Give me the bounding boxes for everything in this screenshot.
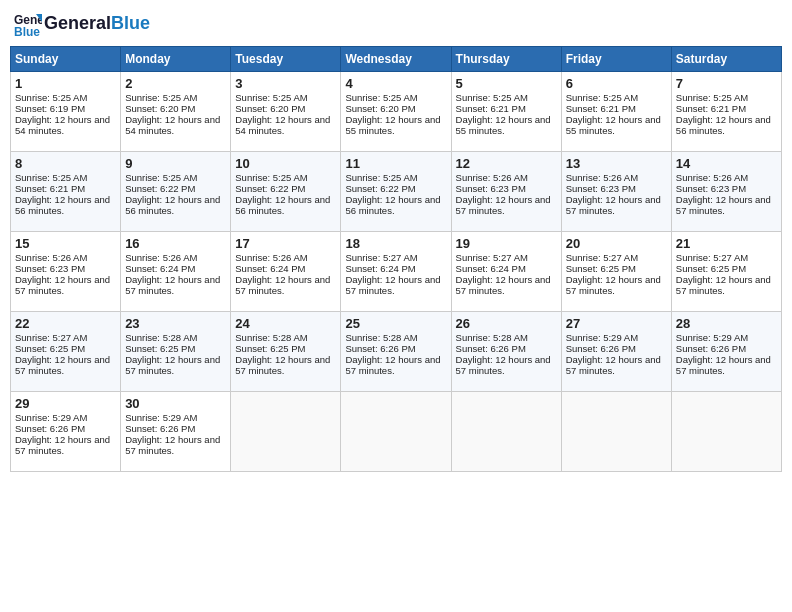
day-number: 12 [456,156,557,171]
calendar-cell: 12Sunrise: 5:26 AMSunset: 6:23 PMDayligh… [451,152,561,232]
cell-info: Sunrise: 5:25 AMSunset: 6:21 PMDaylight:… [456,92,551,136]
calendar-cell: 1Sunrise: 5:25 AMSunset: 6:19 PMDaylight… [11,72,121,152]
calendar-cell: 9Sunrise: 5:25 AMSunset: 6:22 PMDaylight… [121,152,231,232]
day-number: 24 [235,316,336,331]
day-number: 3 [235,76,336,91]
calendar-cell: 24Sunrise: 5:28 AMSunset: 6:25 PMDayligh… [231,312,341,392]
day-number: 7 [676,76,777,91]
calendar-cell [451,392,561,472]
calendar-cell: 13Sunrise: 5:26 AMSunset: 6:23 PMDayligh… [561,152,671,232]
calendar-cell: 18Sunrise: 5:27 AMSunset: 6:24 PMDayligh… [341,232,451,312]
day-number: 17 [235,236,336,251]
day-number: 15 [15,236,116,251]
cell-info: Sunrise: 5:25 AMSunset: 6:21 PMDaylight:… [676,92,771,136]
day-number: 28 [676,316,777,331]
header: General Blue GeneralBlue [10,10,782,38]
column-header-monday: Monday [121,47,231,72]
cell-info: Sunrise: 5:28 AMSunset: 6:26 PMDaylight:… [456,332,551,376]
calendar-cell: 15Sunrise: 5:26 AMSunset: 6:23 PMDayligh… [11,232,121,312]
calendar-cell: 22Sunrise: 5:27 AMSunset: 6:25 PMDayligh… [11,312,121,392]
column-header-tuesday: Tuesday [231,47,341,72]
day-number: 11 [345,156,446,171]
day-number: 29 [15,396,116,411]
calendar-cell [671,392,781,472]
day-number: 9 [125,156,226,171]
cell-info: Sunrise: 5:25 AMSunset: 6:22 PMDaylight:… [345,172,440,216]
calendar-cell: 25Sunrise: 5:28 AMSunset: 6:26 PMDayligh… [341,312,451,392]
calendar-week-row: 1Sunrise: 5:25 AMSunset: 6:19 PMDaylight… [11,72,782,152]
cell-info: Sunrise: 5:25 AMSunset: 6:22 PMDaylight:… [125,172,220,216]
day-number: 20 [566,236,667,251]
day-number: 18 [345,236,446,251]
calendar-cell: 4Sunrise: 5:25 AMSunset: 6:20 PMDaylight… [341,72,451,152]
calendar-cell: 17Sunrise: 5:26 AMSunset: 6:24 PMDayligh… [231,232,341,312]
day-number: 26 [456,316,557,331]
calendar-cell: 14Sunrise: 5:26 AMSunset: 6:23 PMDayligh… [671,152,781,232]
cell-info: Sunrise: 5:26 AMSunset: 6:24 PMDaylight:… [235,252,330,296]
logo-text: GeneralBlue [44,14,150,34]
calendar-cell: 5Sunrise: 5:25 AMSunset: 6:21 PMDaylight… [451,72,561,152]
cell-info: Sunrise: 5:29 AMSunset: 6:26 PMDaylight:… [125,412,220,456]
cell-info: Sunrise: 5:26 AMSunset: 6:23 PMDaylight:… [456,172,551,216]
cell-info: Sunrise: 5:28 AMSunset: 6:26 PMDaylight:… [345,332,440,376]
calendar-cell: 19Sunrise: 5:27 AMSunset: 6:24 PMDayligh… [451,232,561,312]
calendar-header-row: SundayMondayTuesdayWednesdayThursdayFrid… [11,47,782,72]
day-number: 5 [456,76,557,91]
calendar-cell [231,392,341,472]
cell-info: Sunrise: 5:28 AMSunset: 6:25 PMDaylight:… [125,332,220,376]
calendar-table: SundayMondayTuesdayWednesdayThursdayFrid… [10,46,782,472]
calendar-week-row: 15Sunrise: 5:26 AMSunset: 6:23 PMDayligh… [11,232,782,312]
calendar-cell [341,392,451,472]
day-number: 19 [456,236,557,251]
day-number: 10 [235,156,336,171]
cell-info: Sunrise: 5:27 AMSunset: 6:25 PMDaylight:… [676,252,771,296]
cell-info: Sunrise: 5:25 AMSunset: 6:20 PMDaylight:… [125,92,220,136]
calendar-cell [561,392,671,472]
day-number: 14 [676,156,777,171]
day-number: 16 [125,236,226,251]
day-number: 30 [125,396,226,411]
calendar-cell: 7Sunrise: 5:25 AMSunset: 6:21 PMDaylight… [671,72,781,152]
cell-info: Sunrise: 5:25 AMSunset: 6:20 PMDaylight:… [235,92,330,136]
day-number: 22 [15,316,116,331]
cell-info: Sunrise: 5:25 AMSunset: 6:20 PMDaylight:… [345,92,440,136]
cell-info: Sunrise: 5:27 AMSunset: 6:25 PMDaylight:… [566,252,661,296]
cell-info: Sunrise: 5:27 AMSunset: 6:24 PMDaylight:… [345,252,440,296]
calendar-cell: 2Sunrise: 5:25 AMSunset: 6:20 PMDaylight… [121,72,231,152]
day-number: 23 [125,316,226,331]
cell-info: Sunrise: 5:27 AMSunset: 6:25 PMDaylight:… [15,332,110,376]
cell-info: Sunrise: 5:25 AMSunset: 6:22 PMDaylight:… [235,172,330,216]
calendar-cell: 6Sunrise: 5:25 AMSunset: 6:21 PMDaylight… [561,72,671,152]
calendar-cell: 28Sunrise: 5:29 AMSunset: 6:26 PMDayligh… [671,312,781,392]
calendar-cell: 23Sunrise: 5:28 AMSunset: 6:25 PMDayligh… [121,312,231,392]
cell-info: Sunrise: 5:25 AMSunset: 6:21 PMDaylight:… [566,92,661,136]
cell-info: Sunrise: 5:26 AMSunset: 6:23 PMDaylight:… [676,172,771,216]
svg-text:Blue: Blue [14,25,40,38]
column-header-wednesday: Wednesday [341,47,451,72]
cell-info: Sunrise: 5:29 AMSunset: 6:26 PMDaylight:… [676,332,771,376]
day-number: 21 [676,236,777,251]
column-header-friday: Friday [561,47,671,72]
cell-info: Sunrise: 5:27 AMSunset: 6:24 PMDaylight:… [456,252,551,296]
day-number: 13 [566,156,667,171]
day-number: 1 [15,76,116,91]
calendar-cell: 20Sunrise: 5:27 AMSunset: 6:25 PMDayligh… [561,232,671,312]
calendar-week-row: 8Sunrise: 5:25 AMSunset: 6:21 PMDaylight… [11,152,782,232]
calendar-cell: 26Sunrise: 5:28 AMSunset: 6:26 PMDayligh… [451,312,561,392]
calendar-cell: 21Sunrise: 5:27 AMSunset: 6:25 PMDayligh… [671,232,781,312]
cell-info: Sunrise: 5:25 AMSunset: 6:21 PMDaylight:… [15,172,110,216]
day-number: 2 [125,76,226,91]
cell-info: Sunrise: 5:29 AMSunset: 6:26 PMDaylight:… [15,412,110,456]
day-number: 25 [345,316,446,331]
column-header-saturday: Saturday [671,47,781,72]
cell-info: Sunrise: 5:26 AMSunset: 6:23 PMDaylight:… [15,252,110,296]
cell-info: Sunrise: 5:25 AMSunset: 6:19 PMDaylight:… [15,92,110,136]
calendar-cell: 30Sunrise: 5:29 AMSunset: 6:26 PMDayligh… [121,392,231,472]
calendar-cell: 16Sunrise: 5:26 AMSunset: 6:24 PMDayligh… [121,232,231,312]
calendar-week-row: 29Sunrise: 5:29 AMSunset: 6:26 PMDayligh… [11,392,782,472]
column-header-thursday: Thursday [451,47,561,72]
day-number: 8 [15,156,116,171]
calendar-cell: 8Sunrise: 5:25 AMSunset: 6:21 PMDaylight… [11,152,121,232]
cell-info: Sunrise: 5:28 AMSunset: 6:25 PMDaylight:… [235,332,330,376]
calendar-cell: 10Sunrise: 5:25 AMSunset: 6:22 PMDayligh… [231,152,341,232]
